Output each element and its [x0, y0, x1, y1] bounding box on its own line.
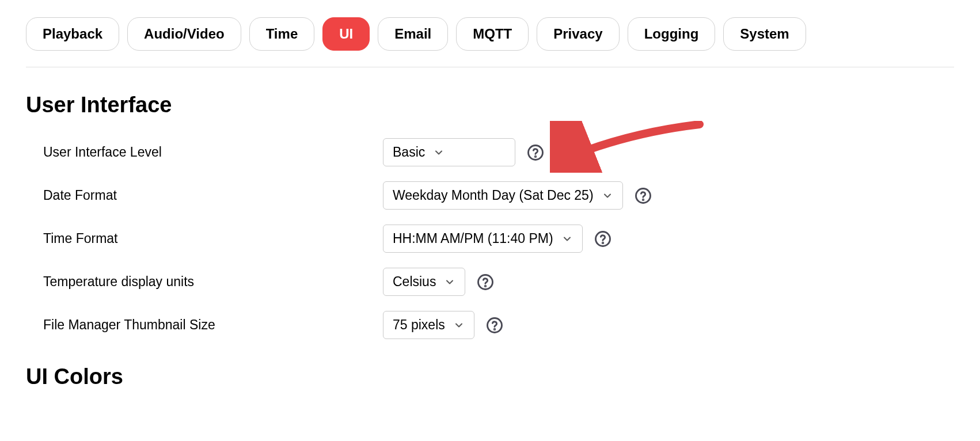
- label-time-format: Time Format: [26, 231, 383, 246]
- tab-privacy[interactable]: Privacy: [537, 17, 619, 51]
- field-date-format: Date Format Weekday Month Day (Sat Dec 2…: [26, 181, 954, 210]
- field-thumbnail-size: File Manager Thumbnail Size 75 pixels: [26, 311, 954, 339]
- label-date-format: Date Format: [26, 188, 383, 203]
- select-ui-level[interactable]: Basic: [383, 138, 515, 166]
- chevron-down-icon: [602, 190, 613, 202]
- select-date-format[interactable]: Weekday Month Day (Sat Dec 25): [383, 181, 623, 210]
- field-ui-level: User Interface Level Basic: [26, 138, 954, 166]
- field-time-format: Time Format HH:MM AM/PM (11:40 PM): [26, 225, 954, 253]
- chevron-down-icon: [453, 320, 465, 331]
- label-thumbnail-size: File Manager Thumbnail Size: [26, 317, 383, 333]
- svg-point-8: [485, 286, 487, 287]
- tab-audio-video[interactable]: Audio/Video: [127, 17, 241, 51]
- tab-logging[interactable]: Logging: [628, 17, 716, 51]
- label-ui-level: User Interface Level: [26, 145, 383, 160]
- tab-mqtt[interactable]: MQTT: [456, 17, 529, 51]
- svg-point-4: [643, 199, 644, 200]
- tab-ui[interactable]: UI: [322, 17, 370, 51]
- help-icon[interactable]: [527, 144, 544, 161]
- svg-point-10: [494, 329, 495, 330]
- help-icon[interactable]: [594, 230, 611, 248]
- svg-point-6: [602, 242, 603, 244]
- select-value-date-format: Weekday Month Day (Sat Dec 25): [393, 188, 594, 203]
- tab-system[interactable]: System: [723, 17, 806, 51]
- select-value-time-format: HH:MM AM/PM (11:40 PM): [393, 231, 553, 246]
- field-temp-units: Temperature display units Celsius: [26, 268, 954, 296]
- select-time-format[interactable]: HH:MM AM/PM (11:40 PM): [383, 225, 583, 253]
- tab-time[interactable]: Time: [249, 17, 315, 51]
- select-thumbnail-size[interactable]: 75 pixels: [383, 311, 474, 339]
- chevron-down-icon: [444, 276, 455, 288]
- svg-point-1: [535, 156, 536, 157]
- select-value-ui-level: Basic: [393, 145, 425, 160]
- tab-playback[interactable]: Playback: [26, 17, 119, 51]
- chevron-down-icon: [561, 233, 573, 245]
- tab-email[interactable]: Email: [378, 17, 448, 51]
- help-icon[interactable]: [486, 317, 503, 334]
- section-heading-user-interface: User Interface: [26, 93, 954, 117]
- select-value-temp-units: Celsius: [393, 274, 436, 290]
- tab-bar: Playback Audio/Video Time UI Email MQTT …: [26, 17, 954, 67]
- select-value-thumbnail-size: 75 pixels: [393, 317, 445, 333]
- help-icon[interactable]: [477, 273, 494, 291]
- label-temp-units: Temperature display units: [26, 274, 383, 290]
- section-heading-ui-colors: UI Colors: [26, 364, 954, 389]
- select-temp-units[interactable]: Celsius: [383, 268, 465, 296]
- chevron-down-icon: [433, 147, 445, 158]
- help-icon[interactable]: [635, 187, 652, 204]
